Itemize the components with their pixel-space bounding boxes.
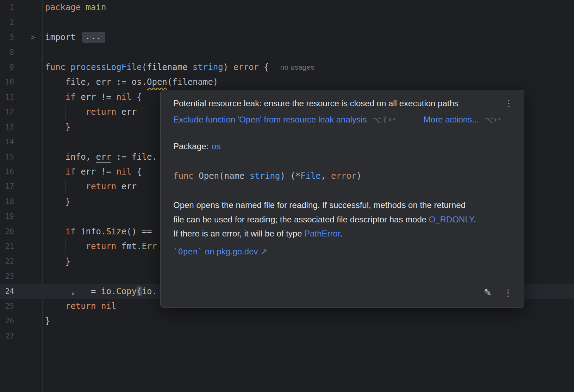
- line-number[interactable]: 26: [0, 317, 14, 325]
- line-number[interactable]: 19: [0, 212, 14, 221]
- line-number[interactable]: 12: [0, 108, 14, 116]
- exclude-function-link[interactable]: Exclude function 'Open' from resource le…: [173, 115, 367, 125]
- line-number[interactable]: 2: [0, 18, 14, 27]
- code-token: processLogFile: [70, 62, 142, 72]
- more-actions-link[interactable]: More actions...: [424, 115, 479, 125]
- gutter-cell: 3>: [0, 30, 42, 45]
- code-token: {: [259, 62, 269, 72]
- code-line[interactable]: 3>import ...: [0, 30, 574, 45]
- code-line-content[interactable]: import ...: [42, 30, 574, 45]
- code-token: nil: [116, 167, 131, 177]
- line-number[interactable]: 16: [0, 167, 14, 176]
- line-number[interactable]: 24: [0, 287, 14, 296]
- line-number[interactable]: 18: [0, 197, 14, 206]
- code-token: _, _ = io.: [45, 286, 116, 296]
- code-line[interactable]: 26}: [0, 314, 574, 328]
- resource-leak-highlight: Open: [147, 77, 167, 87]
- code-token: io.: [142, 286, 157, 296]
- code-line[interactable]: 1package main: [0, 0, 574, 15]
- line-number[interactable]: 1: [0, 3, 14, 12]
- inspection-more-options-icon[interactable]: ⋮: [503, 98, 515, 108]
- code-line-content[interactable]: file, err := os.Open(filename): [42, 75, 574, 89]
- fold-arrow-icon[interactable]: >: [31, 33, 36, 42]
- indent-guide: [65, 179, 66, 194]
- code-line-content[interactable]: }: [42, 314, 574, 328]
- code-token: err !=: [76, 167, 117, 177]
- code-line-content[interactable]: [42, 45, 574, 59]
- code-line-content[interactable]: package main: [42, 0, 574, 15]
- code-token: info.: [76, 227, 106, 236]
- code-token: nil: [116, 92, 131, 102]
- package-label: Package:: [173, 141, 208, 151]
- code-token: return: [86, 182, 117, 191]
- line-number[interactable]: 20: [0, 227, 14, 236]
- code-token: [45, 227, 65, 236]
- indent-guide: [65, 105, 66, 119]
- package-link[interactable]: os: [212, 141, 220, 151]
- no-usages-hint: no usages: [280, 63, 314, 71]
- line-number[interactable]: 9: [0, 63, 14, 71]
- code-line[interactable]: 8: [0, 45, 574, 59]
- line-number[interactable]: 23: [0, 272, 14, 280]
- doc-text: file can be used for reading; the associ…: [173, 215, 429, 224]
- line-number[interactable]: 11: [0, 93, 14, 101]
- inspection-message: Potential resource leak: ensure the reso…: [173, 98, 503, 109]
- gutter-cell: 22: [0, 254, 42, 268]
- code-token: (filename: [142, 62, 193, 72]
- doc-description-line: If there is an error, it will be of type…: [173, 227, 509, 241]
- code-line-content[interactable]: func processLogFile(filename string) err…: [42, 60, 574, 75]
- line-number[interactable]: 22: [0, 257, 14, 266]
- doc-description: Open opens the named file for reading. I…: [173, 198, 509, 241]
- code-line-content[interactable]: [42, 15, 574, 30]
- line-number[interactable]: 21: [0, 242, 14, 251]
- line-number[interactable]: 3: [0, 33, 14, 42]
- code-token: }: [45, 122, 70, 132]
- signature-token: string: [250, 171, 280, 181]
- line-number[interactable]: 17: [0, 182, 14, 191]
- line-number[interactable]: 8: [0, 48, 14, 57]
- pkg-go-dev-link[interactable]: `Open` on pkg.go.dev ↗: [173, 247, 509, 257]
- edit-source-icon[interactable]: ✎: [483, 287, 492, 298]
- code-token: Err: [142, 241, 157, 251]
- function-signature: func Open(name string) (*File, error): [161, 161, 524, 191]
- gutter-cell: 10: [0, 75, 42, 89]
- gutter-cell: 18: [0, 194, 42, 209]
- line-number[interactable]: 25: [0, 302, 14, 310]
- gutter-cell: 17: [0, 179, 42, 194]
- line-number[interactable]: 13: [0, 123, 14, 131]
- code-token: return: [86, 107, 117, 117]
- line-number[interactable]: 15: [0, 153, 14, 161]
- signature-token: ): [356, 171, 361, 181]
- indent-guide: [65, 239, 66, 254]
- code-line-content[interactable]: [42, 329, 574, 343]
- code-token: import: [45, 32, 81, 42]
- code-line[interactable]: 27: [0, 329, 574, 343]
- popup-more-options-icon[interactable]: ⋮: [502, 287, 514, 298]
- exclude-shortcut-hint: ⌥⇧↩: [372, 115, 395, 125]
- signature-token: func: [173, 171, 194, 181]
- code-token: () ==: [126, 227, 152, 236]
- line-number[interactable]: 10: [0, 78, 14, 86]
- gutter-cell: 23: [0, 269, 42, 284]
- doc-link-code: `Open`: [173, 247, 202, 256]
- doc-description-line: Open opens the named file for reading. I…: [173, 198, 509, 213]
- gutter-cell: 26: [0, 314, 42, 328]
- doc-inline-link[interactable]: O_RDONLY: [429, 215, 474, 224]
- line-number[interactable]: 14: [0, 138, 14, 146]
- gutter-cell: 8: [0, 45, 42, 59]
- popup-toolbar: ✎ ⋮: [483, 287, 514, 298]
- code-token: fmt.: [116, 241, 142, 251]
- code-token: }: [45, 197, 70, 207]
- code-token: Copy: [116, 286, 137, 296]
- code-line[interactable]: 9func processLogFile(filename string) er…: [0, 60, 574, 75]
- line-number[interactable]: 27: [0, 332, 14, 340]
- folded-import-badge[interactable]: ...: [82, 32, 105, 43]
- doc-inline-link[interactable]: PathError: [304, 229, 340, 238]
- code-token: [96, 301, 101, 311]
- doc-description-line: file can be used for reading; the associ…: [173, 213, 509, 227]
- code-token: [81, 2, 86, 12]
- code-line[interactable]: 10 file, err := os.Open(filename): [0, 75, 574, 89]
- code-line[interactable]: 2: [0, 15, 574, 30]
- documentation-popup: Potential resource leak: ensure the reso…: [160, 90, 524, 308]
- code-token: file, err := os.: [45, 77, 147, 87]
